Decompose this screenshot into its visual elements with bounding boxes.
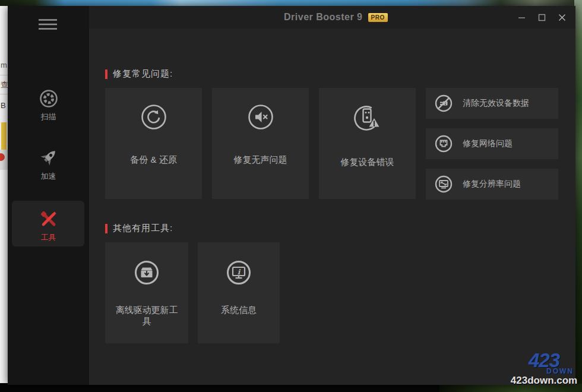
- card-system-information[interactable]: i 系统信息: [198, 242, 280, 343]
- sidebar-item-label: 扫描: [41, 112, 56, 122]
- bg-yellow-bar: [1, 122, 7, 150]
- sidebar-item-label: 加速: [41, 171, 56, 182]
- rocket-icon: [39, 147, 59, 167]
- section-header-common-problems: 修复常见问题:: [105, 68, 173, 80]
- sidebar-item-tools[interactable]: 工具: [8, 210, 89, 243]
- system-info-icon: i: [226, 260, 251, 285]
- button-label: 修复分辨率问题: [463, 179, 521, 189]
- menu-button[interactable]: [39, 18, 57, 30]
- card-fix-device-error[interactable]: 修复设备错误: [319, 88, 416, 199]
- tools-icon: [39, 210, 58, 229]
- mute-icon: [248, 104, 274, 130]
- watermark: 423 DOWN 423down.com: [508, 350, 580, 385]
- minimize-button[interactable]: [517, 12, 527, 23]
- button-fix-resolution-problems[interactable]: 修复分辨率问题: [426, 169, 558, 200]
- restore-icon: [141, 104, 167, 130]
- card-label: 系统信息: [221, 304, 257, 315]
- scan-icon: [39, 89, 58, 108]
- sidebar-item-label: 工具: [41, 232, 56, 243]
- section-accent-bar: [105, 224, 107, 233]
- card-label: 离线驱动更新工具: [113, 304, 181, 327]
- network-icon: [435, 135, 453, 153]
- window-controls: [517, 12, 567, 23]
- sidebar-item-boost[interactable]: 加速: [8, 147, 89, 182]
- offline-update-icon: [134, 260, 159, 285]
- button-label: 修复网络问题: [463, 138, 513, 149]
- maximize-button[interactable]: [537, 12, 547, 23]
- no-device-icon: [435, 94, 453, 112]
- card-backup-restore[interactable]: 备份 & 还原: [105, 88, 202, 199]
- section-accent-bar: [105, 69, 107, 79]
- close-icon: [558, 14, 566, 21]
- titlebar: Driver Booster 9 PRO: [89, 6, 575, 29]
- resolution-icon: [435, 175, 453, 193]
- sidebar: 扫描 加速 工具: [8, 6, 89, 385]
- maximize-icon: [538, 14, 546, 21]
- section-title: 其他有用工具:: [113, 223, 173, 234]
- app-title: Driver Booster 9: [284, 12, 363, 23]
- app-title-group: Driver Booster 9 PRO: [284, 12, 388, 23]
- card-fix-no-sound[interactable]: 修复无声问题: [212, 88, 309, 199]
- card-label: 备份 & 还原: [130, 154, 176, 165]
- card-offline-driver-update[interactable]: 离线驱动更新工具: [105, 242, 188, 343]
- section-title: 修复常见问题:: [113, 68, 173, 80]
- bg-text-fragment: m: [1, 61, 7, 69]
- sidebar-item-scan[interactable]: 扫描: [8, 89, 89, 122]
- button-clean-invalid-device-data[interactable]: 清除无效设备数据: [426, 88, 558, 119]
- pro-badge: PRO: [368, 13, 388, 22]
- app-window: Driver Booster 9 PRO: [8, 6, 575, 385]
- device-error-icon: [353, 104, 382, 132]
- background-window-sliver: m 查 B: [0, 6, 8, 383]
- section-header-other-tools: 其他有用工具:: [105, 223, 173, 234]
- bg-text-fragment: B: [1, 101, 6, 110]
- close-button[interactable]: [557, 12, 567, 23]
- button-fix-network-problems[interactable]: 修复网络问题: [426, 128, 558, 159]
- card-label: 修复设备错误: [341, 156, 394, 167]
- hamburger-icon: [39, 18, 57, 30]
- button-label: 清除无效设备数据: [463, 98, 529, 109]
- bg-divider: [0, 75, 8, 75]
- bg-divider: [0, 94, 8, 94]
- svg-text:i: i: [238, 268, 241, 276]
- watermark-site-text: 423down.com: [508, 375, 580, 385]
- bg-text-fragment: 查: [1, 80, 8, 90]
- card-label: 修复无声问题: [234, 154, 287, 165]
- minimize-icon: [518, 14, 526, 21]
